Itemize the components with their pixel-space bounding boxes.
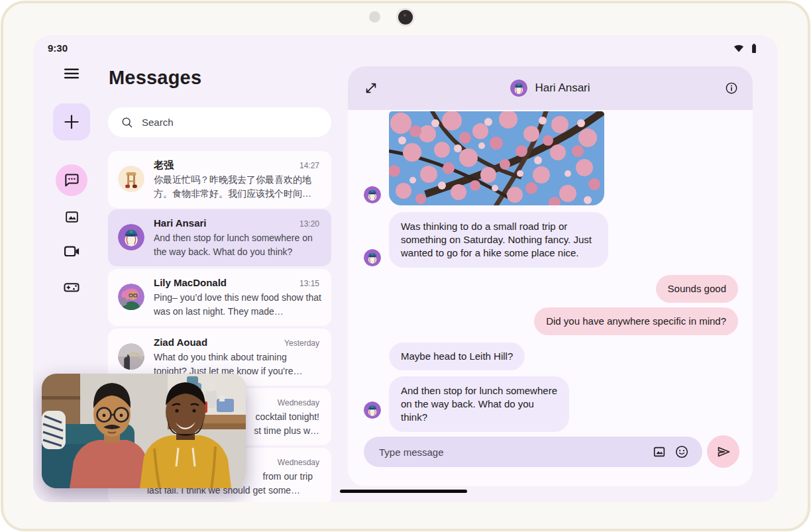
message-preview: from our trip (263, 470, 313, 484)
search-input[interactable] (142, 117, 301, 128)
sidebar-item-video[interactable] (56, 235, 87, 267)
message-bubble-incoming[interactable]: Was thinking to do a small road trip or … (389, 212, 608, 268)
message-composer (364, 437, 702, 467)
status-icons (732, 42, 761, 55)
send-button[interactable] (707, 435, 739, 468)
message-time: Wednesday (278, 458, 319, 467)
tablet-device: 9:30 (0, 0, 811, 532)
conversation-list-item[interactable]: 老强 14:27 你最近忙吗？昨晚我去了你最喜欢的地方。食物非常好。我们应该找个… (108, 151, 331, 208)
conversation-list-item-selected[interactable]: Hari Ansari 13:20 And then stop for lunc… (108, 209, 331, 266)
sidebar-item-games[interactable] (56, 271, 87, 303)
cherry-blossom-photo (389, 111, 604, 205)
message-preview: 你最近忙吗？昨晚我去了你最喜欢的地方。食物非常好。我们应该找个时间… (154, 173, 322, 201)
sidebar-item-chats[interactable] (56, 164, 87, 196)
gesture-navigation-bar[interactable] (340, 490, 467, 493)
screen: 9:30 (33, 35, 778, 502)
page-title: Messages (109, 67, 201, 89)
message-image-cherry-blossoms[interactable] (389, 111, 604, 205)
message-input[interactable] (379, 437, 604, 467)
chat-bubble-icon (63, 172, 80, 189)
contact-name: Hari Ansari (154, 217, 206, 229)
avatar (118, 166, 144, 192)
conversation-pane: Hari Ansari (348, 66, 753, 486)
message-bubble-outgoing[interactable]: Did you have anywhere specific in mind? (534, 307, 738, 335)
light-sensor (369, 11, 380, 23)
message-preview: st time plus w… (254, 424, 319, 438)
contact-chip[interactable]: Hari Ansari (348, 66, 753, 110)
contact-name: Ziad Aouad (154, 337, 207, 348)
avatar (118, 343, 144, 370)
avatar (364, 401, 381, 419)
battery-icon (747, 42, 761, 55)
message-preview: And then stop for lunch somewhere on the… (154, 231, 322, 260)
avatar (364, 249, 381, 266)
gamepad-icon (62, 278, 81, 296)
search-bar[interactable] (108, 107, 331, 137)
info-icon[interactable] (725, 81, 738, 95)
contact-name: 老强 (154, 159, 174, 172)
message-time: Wednesday (278, 398, 319, 407)
message-preview: cocktail tonight! (256, 410, 320, 424)
message-bubble-incoming[interactable]: Maybe head to Leith Hill? (389, 343, 525, 370)
front-camera (398, 10, 413, 25)
wifi-icon (732, 42, 745, 55)
clock: 9:30 (48, 42, 68, 54)
menu-icon[interactable] (63, 65, 80, 82)
message-time: 14:27 (299, 161, 319, 170)
sidebar-item-gallery[interactable] (56, 201, 87, 233)
message-time: Yesterday (284, 339, 319, 348)
video-call-pip[interactable] (42, 374, 246, 488)
avatar (364, 186, 381, 203)
conversation-title: Hari Ansari (535, 81, 590, 95)
message-bubble-outgoing[interactable]: Sounds good (656, 275, 738, 303)
contact-name: Lily MacDonald (154, 277, 227, 288)
new-conversation-button[interactable] (53, 103, 90, 140)
attach-image-icon[interactable] (652, 445, 667, 459)
avatar (118, 224, 144, 250)
message-bubble-incoming[interactable]: And then stop for lunch somewhere on the… (389, 376, 569, 432)
avatar (118, 284, 144, 310)
message-time: 13:20 (299, 219, 319, 229)
image-icon (64, 209, 80, 225)
search-icon (120, 115, 134, 129)
message-time: 13:15 (299, 279, 319, 288)
videocam-icon (62, 242, 81, 260)
plus-icon (63, 113, 80, 131)
avatar (510, 80, 527, 97)
message-preview: Ping– you’d love this new food show that… (154, 291, 322, 319)
emoji-icon[interactable] (675, 445, 689, 459)
video-call-frame (42, 374, 246, 488)
conversation-list-item[interactable]: Lily MacDonald 13:15 Ping– you’d love th… (108, 269, 331, 326)
send-icon (716, 444, 731, 460)
